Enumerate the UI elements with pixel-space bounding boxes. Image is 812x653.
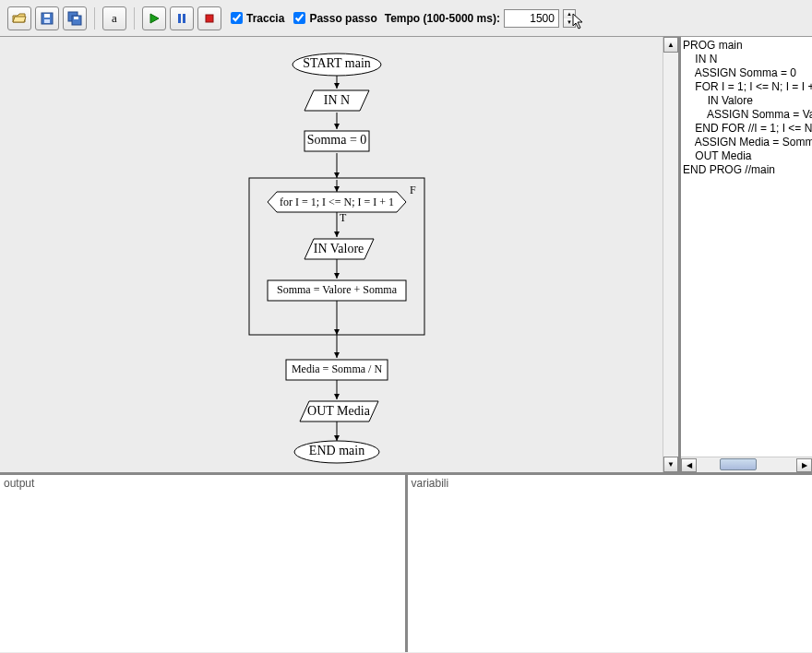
assign-sum-label: Somma = Valore + Somma — [277, 283, 398, 296]
toolbar: a Traccia Passo passo Tempo (100-5000 ms… — [0, 0, 812, 37]
variables-title: variabili — [412, 477, 449, 490]
output-title: output — [4, 477, 34, 490]
scroll-down-icon[interactable]: ▼ — [663, 457, 678, 472]
svg-rect-1 — [44, 14, 50, 18]
pause-button[interactable] — [170, 6, 194, 30]
run-button[interactable] — [142, 6, 166, 30]
svg-rect-6 — [178, 14, 181, 23]
play-icon — [149, 13, 160, 24]
floppy-icon — [40, 11, 54, 26]
save-button[interactable] — [35, 6, 59, 30]
scroll-thumb[interactable] — [720, 458, 757, 470]
main-area: START main IN N Somma = 0 for I = 1; I <… — [0, 37, 812, 472]
text-icon: a — [112, 11, 117, 26]
output-media-label: OUT Media — [307, 404, 371, 418]
step-label: Passo passo — [309, 12, 376, 25]
scroll-track[interactable] — [697, 458, 796, 472]
flowchart-canvas[interactable]: START main IN N Somma = 0 for I = 1; I <… — [0, 37, 680, 472]
end-label: END main — [309, 444, 364, 457]
step-checkbox[interactable] — [293, 12, 305, 24]
scroll-up-icon[interactable]: ▲ — [663, 37, 678, 53]
save-all-button[interactable] — [63, 6, 87, 30]
folder-open-icon — [12, 11, 27, 26]
spin-up-icon[interactable]: ▲ — [564, 10, 575, 18]
svg-rect-2 — [44, 19, 50, 23]
tempo-input[interactable] — [504, 9, 559, 28]
pause-icon — [176, 13, 187, 24]
output-panel[interactable]: output — [0, 475, 408, 652]
trace-checkbox[interactable] — [231, 12, 243, 24]
code-h-scrollbar[interactable]: ◀ ▶ — [681, 457, 812, 472]
code-panel: PROG main IN N ASSIGN Somma = 0 FOR I = … — [680, 37, 812, 472]
tempo-label: Tempo (100-5000 ms): — [385, 12, 500, 25]
stop-icon — [204, 13, 215, 24]
step-checkbox-wrap[interactable]: Passo passo — [293, 12, 376, 25]
assign-media-label: Media = Somma / N — [292, 362, 382, 375]
open-button[interactable] — [7, 6, 31, 30]
canvas-v-scrollbar[interactable]: ▲ ▼ — [663, 37, 678, 472]
scroll-right-icon[interactable]: ▶ — [796, 458, 812, 472]
svg-rect-7 — [183, 14, 185, 23]
false-branch-label: F — [410, 184, 416, 196]
variables-panel[interactable]: variabili — [408, 475, 813, 652]
toolbar-separator — [134, 7, 135, 30]
true-branch-label: T — [340, 211, 347, 224]
svg-rect-8 — [206, 15, 213, 22]
scroll-left-icon[interactable]: ◀ — [681, 458, 697, 472]
start-label: START main — [303, 56, 371, 70]
for-label: for I = 1; I <= N; I = I + 1 — [280, 196, 394, 208]
trace-label: Traccia — [246, 12, 284, 25]
toolbar-separator — [94, 7, 95, 30]
trace-checkbox-wrap[interactable]: Traccia — [231, 12, 284, 25]
spin-down-icon[interactable]: ▼ — [564, 18, 575, 27]
text-mode-button[interactable]: a — [102, 6, 126, 30]
assign-somma0-label: Somma = 0 — [307, 133, 367, 147]
input-valore-label: IN Valore — [314, 242, 364, 255]
floppy-stack-icon — [67, 11, 82, 26]
input-n-label: IN N — [324, 93, 350, 107]
svg-rect-5 — [74, 17, 78, 19]
code-body[interactable]: PROG main IN N ASSIGN Somma = 0 FOR I = … — [681, 37, 812, 179]
bottom-panels: output variabili — [0, 472, 812, 652]
stop-button[interactable] — [197, 6, 221, 30]
tempo-spinner[interactable]: ▲ ▼ — [563, 9, 576, 28]
